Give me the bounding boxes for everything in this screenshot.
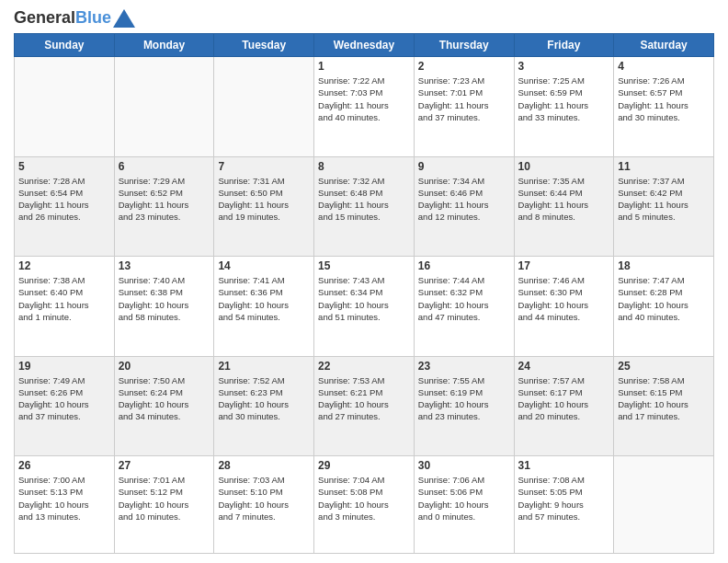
calendar-cell: 7Sunrise: 7:31 AM Sunset: 6:50 PM Daylig… <box>214 156 314 257</box>
weekday-header-friday: Friday <box>514 34 614 57</box>
calendar-cell: 4Sunrise: 7:26 AM Sunset: 6:57 PM Daylig… <box>614 57 714 157</box>
day-info: Sunrise: 7:40 AM Sunset: 6:38 PM Dayligh… <box>119 274 210 323</box>
logo: GeneralBlue <box>14 9 135 28</box>
day-info: Sunrise: 7:58 AM Sunset: 6:15 PM Dayligh… <box>618 374 710 423</box>
logo-text: GeneralBlue <box>14 9 111 28</box>
day-info: Sunrise: 7:41 AM Sunset: 6:36 PM Dayligh… <box>218 274 310 323</box>
svg-marker-0 <box>113 9 135 28</box>
day-info: Sunrise: 7:00 AM Sunset: 5:13 PM Dayligh… <box>18 474 110 523</box>
calendar-cell: 27Sunrise: 7:01 AM Sunset: 5:12 PM Dayli… <box>114 456 214 554</box>
calendar-cell: 18Sunrise: 7:47 AM Sunset: 6:28 PM Dayli… <box>614 257 714 357</box>
day-number: 24 <box>518 360 610 373</box>
day-number: 20 <box>119 360 210 373</box>
weekday-header-saturday: Saturday <box>614 34 714 57</box>
day-number: 14 <box>218 259 310 272</box>
day-info: Sunrise: 7:43 AM Sunset: 6:34 PM Dayligh… <box>318 274 410 323</box>
day-number: 22 <box>318 360 410 373</box>
day-info: Sunrise: 7:29 AM Sunset: 6:52 PM Dayligh… <box>119 175 210 224</box>
day-info: Sunrise: 7:35 AM Sunset: 6:44 PM Dayligh… <box>518 175 610 224</box>
day-number: 8 <box>318 160 410 173</box>
day-number: 12 <box>18 259 110 272</box>
calendar-cell: 9Sunrise: 7:34 AM Sunset: 6:46 PM Daylig… <box>414 156 514 257</box>
calendar-cell: 21Sunrise: 7:52 AM Sunset: 6:23 PM Dayli… <box>214 356 314 456</box>
day-info: Sunrise: 7:01 AM Sunset: 5:12 PM Dayligh… <box>119 474 210 523</box>
day-info: Sunrise: 7:47 AM Sunset: 6:28 PM Dayligh… <box>618 274 710 323</box>
day-info: Sunrise: 7:06 AM Sunset: 5:06 PM Dayligh… <box>418 474 510 523</box>
day-info: Sunrise: 7:28 AM Sunset: 6:54 PM Dayligh… <box>18 175 110 224</box>
calendar-cell: 28Sunrise: 7:03 AM Sunset: 5:10 PM Dayli… <box>214 456 314 554</box>
day-number: 19 <box>18 360 110 373</box>
day-number: 25 <box>618 360 710 373</box>
calendar-cell: 13Sunrise: 7:40 AM Sunset: 6:38 PM Dayli… <box>114 257 214 357</box>
calendar-week-1: 1Sunrise: 7:22 AM Sunset: 7:03 PM Daylig… <box>15 57 714 157</box>
day-number: 5 <box>18 160 110 173</box>
day-info: Sunrise: 7:31 AM Sunset: 6:50 PM Dayligh… <box>218 175 310 224</box>
calendar-cell: 25Sunrise: 7:58 AM Sunset: 6:15 PM Dayli… <box>614 356 714 456</box>
day-number: 6 <box>119 160 210 173</box>
day-number: 4 <box>618 60 710 73</box>
calendar-cell: 1Sunrise: 7:22 AM Sunset: 7:03 PM Daylig… <box>314 57 415 157</box>
weekday-header-thursday: Thursday <box>414 34 514 57</box>
day-number: 10 <box>518 160 610 173</box>
day-number: 30 <box>418 459 510 472</box>
calendar-cell: 10Sunrise: 7:35 AM Sunset: 6:44 PM Dayli… <box>514 156 614 257</box>
calendar-week-3: 12Sunrise: 7:38 AM Sunset: 6:40 PM Dayli… <box>15 257 714 357</box>
day-info: Sunrise: 7:03 AM Sunset: 5:10 PM Dayligh… <box>218 474 310 523</box>
day-info: Sunrise: 7:04 AM Sunset: 5:08 PM Dayligh… <box>318 474 410 523</box>
calendar-cell: 17Sunrise: 7:46 AM Sunset: 6:30 PM Dayli… <box>514 257 614 357</box>
day-info: Sunrise: 7:26 AM Sunset: 6:57 PM Dayligh… <box>618 75 710 123</box>
day-info: Sunrise: 7:44 AM Sunset: 6:32 PM Dayligh… <box>418 274 510 323</box>
day-number: 13 <box>119 259 210 272</box>
day-info: Sunrise: 7:46 AM Sunset: 6:30 PM Dayligh… <box>518 274 610 323</box>
calendar-week-5: 26Sunrise: 7:00 AM Sunset: 5:13 PM Dayli… <box>15 456 714 554</box>
day-info: Sunrise: 7:57 AM Sunset: 6:17 PM Dayligh… <box>518 374 610 423</box>
day-number: 29 <box>318 459 410 472</box>
day-number: 7 <box>218 160 310 173</box>
day-info: Sunrise: 7:22 AM Sunset: 7:03 PM Dayligh… <box>318 75 410 123</box>
day-number: 27 <box>119 459 210 472</box>
day-number: 31 <box>518 459 610 472</box>
weekday-header-wednesday: Wednesday <box>314 34 415 57</box>
day-number: 21 <box>218 360 310 373</box>
calendar-cell <box>614 456 714 554</box>
day-info: Sunrise: 7:52 AM Sunset: 6:23 PM Dayligh… <box>218 374 310 423</box>
day-info: Sunrise: 7:55 AM Sunset: 6:19 PM Dayligh… <box>418 374 510 423</box>
calendar-cell: 26Sunrise: 7:00 AM Sunset: 5:13 PM Dayli… <box>15 456 115 554</box>
calendar-cell: 14Sunrise: 7:41 AM Sunset: 6:36 PM Dayli… <box>214 257 314 357</box>
day-info: Sunrise: 7:25 AM Sunset: 6:59 PM Dayligh… <box>518 75 610 123</box>
weekday-header-tuesday: Tuesday <box>214 34 314 57</box>
calendar-cell: 20Sunrise: 7:50 AM Sunset: 6:24 PM Dayli… <box>114 356 214 456</box>
calendar-week-2: 5Sunrise: 7:28 AM Sunset: 6:54 PM Daylig… <box>15 156 714 257</box>
calendar-cell: 5Sunrise: 7:28 AM Sunset: 6:54 PM Daylig… <box>15 156 115 257</box>
day-info: Sunrise: 7:38 AM Sunset: 6:40 PM Dayligh… <box>18 274 110 323</box>
calendar-cell: 8Sunrise: 7:32 AM Sunset: 6:48 PM Daylig… <box>314 156 415 257</box>
day-number: 3 <box>518 60 610 73</box>
day-info: Sunrise: 7:23 AM Sunset: 7:01 PM Dayligh… <box>418 75 510 123</box>
calendar-cell: 12Sunrise: 7:38 AM Sunset: 6:40 PM Dayli… <box>15 257 115 357</box>
page: GeneralBlue SundayMondayTuesdayWednesday… <box>0 0 728 563</box>
day-info: Sunrise: 7:32 AM Sunset: 6:48 PM Dayligh… <box>318 175 410 224</box>
weekday-header-sunday: Sunday <box>15 34 115 57</box>
day-number: 28 <box>218 459 310 472</box>
logo-icon <box>113 9 135 28</box>
day-number: 2 <box>418 60 510 73</box>
day-info: Sunrise: 7:50 AM Sunset: 6:24 PM Dayligh… <box>119 374 210 423</box>
calendar-cell: 15Sunrise: 7:43 AM Sunset: 6:34 PM Dayli… <box>314 257 415 357</box>
calendar-cell: 6Sunrise: 7:29 AM Sunset: 6:52 PM Daylig… <box>114 156 214 257</box>
day-number: 9 <box>418 160 510 173</box>
day-info: Sunrise: 7:08 AM Sunset: 5:05 PM Dayligh… <box>518 474 610 523</box>
calendar-cell: 23Sunrise: 7:55 AM Sunset: 6:19 PM Dayli… <box>414 356 514 456</box>
weekday-header-monday: Monday <box>114 34 214 57</box>
day-number: 16 <box>418 259 510 272</box>
calendar-cell: 30Sunrise: 7:06 AM Sunset: 5:06 PM Dayli… <box>414 456 514 554</box>
calendar-cell: 19Sunrise: 7:49 AM Sunset: 6:26 PM Dayli… <box>15 356 115 456</box>
day-number: 26 <box>18 459 110 472</box>
calendar-cell <box>15 57 115 157</box>
header: GeneralBlue <box>14 9 714 28</box>
calendar-cell: 24Sunrise: 7:57 AM Sunset: 6:17 PM Dayli… <box>514 356 614 456</box>
calendar-week-4: 19Sunrise: 7:49 AM Sunset: 6:26 PM Dayli… <box>15 356 714 456</box>
day-info: Sunrise: 7:53 AM Sunset: 6:21 PM Dayligh… <box>318 374 410 423</box>
day-number: 1 <box>318 60 410 73</box>
calendar-table: SundayMondayTuesdayWednesdayThursdayFrid… <box>14 33 714 554</box>
day-info: Sunrise: 7:37 AM Sunset: 6:42 PM Dayligh… <box>618 175 710 224</box>
